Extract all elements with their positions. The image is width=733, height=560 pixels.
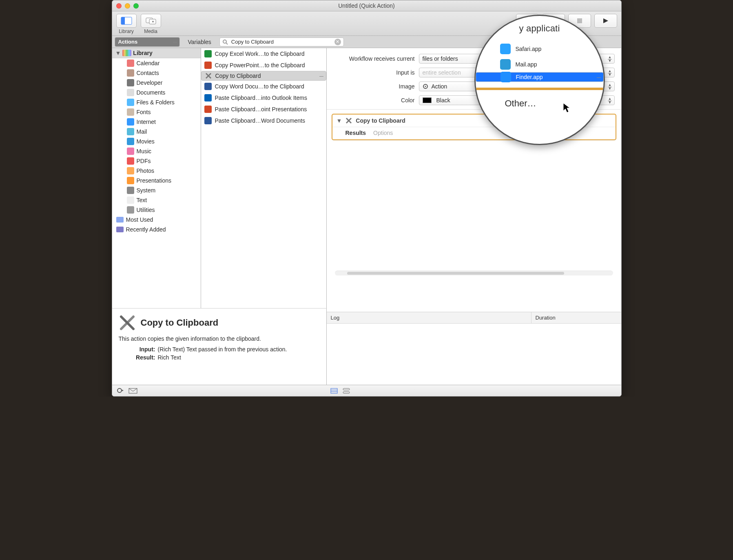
library-item[interactable]: PDFs <box>112 156 201 166</box>
svg-point-4 <box>152 21 154 22</box>
action-item-label: Paste Clipboard…oint Presentations <box>215 106 307 112</box>
inbox-icon[interactable] <box>128 388 137 394</box>
app-window: Untitled (Quick Action) Library Media Re… <box>112 0 622 397</box>
app-icon <box>204 83 212 90</box>
library-search[interactable]: ✕ <box>219 37 344 46</box>
toolbar-run-button[interactable] <box>594 14 617 28</box>
library-item[interactable]: Developer <box>112 78 201 88</box>
clear-search-button[interactable]: ✕ <box>334 39 341 45</box>
window-controls <box>116 3 139 9</box>
minimize-window-button[interactable] <box>125 3 130 9</box>
app-icon <box>500 72 511 82</box>
library-item-label: Photos <box>137 168 155 174</box>
toolbar-library-label: Library <box>119 29 134 34</box>
close-window-button[interactable] <box>116 3 122 9</box>
svg-rect-7 <box>577 18 582 23</box>
gear-icon[interactable] <box>116 387 124 395</box>
library-item[interactable]: Calendar <box>112 58 201 68</box>
category-icon <box>127 206 134 214</box>
action-card-title: Copy to Clipboard <box>356 117 405 124</box>
action-list-item[interactable]: Paste Clipboard…into Outlook Items <box>201 92 326 104</box>
library-item-label: Most Used <box>126 216 153 223</box>
utilities-icon <box>205 72 212 79</box>
library-search-input[interactable] <box>230 38 332 45</box>
play-icon <box>602 18 609 24</box>
app-icon <box>204 50 212 57</box>
view-list-icon[interactable] <box>330 388 338 394</box>
action-list-item[interactable]: Copy PowerPoint…to the Clipboard <box>201 60 326 71</box>
library-item[interactable]: Fonts <box>112 107 201 117</box>
app-menu-label: Mail.app <box>516 61 537 68</box>
utilities-icon <box>345 117 352 124</box>
category-icon <box>127 79 134 86</box>
category-icon <box>127 89 134 96</box>
library-item[interactable]: Contacts <box>112 68 201 78</box>
action-list-item[interactable]: Copy Excel Work…to the Clipboard <box>201 48 326 60</box>
view-flow-icon[interactable] <box>342 388 350 394</box>
label-input-is: Input is <box>396 69 414 76</box>
category-icon <box>127 108 134 116</box>
cursor-icon <box>563 103 571 114</box>
library-root[interactable]: ▼ Library <box>112 48 201 58</box>
library-smart-folder[interactable]: Most Used <box>112 215 201 225</box>
action-item-label: Paste Clipboard…into Outlook Items <box>215 95 307 101</box>
app-menu-item[interactable]: Safari.app <box>476 41 604 57</box>
library-smart-folder[interactable]: Recently Added <box>112 225 201 234</box>
action-item-label: Copy Excel Work…to the Clipboard <box>215 51 305 57</box>
app-icon <box>204 94 212 101</box>
library-item[interactable]: System <box>112 185 201 195</box>
info-result-key: Result: <box>119 354 155 361</box>
library-item[interactable]: Files & Folders <box>112 97 201 107</box>
category-icon <box>127 138 134 145</box>
action-list-item[interactable]: Paste Clipboard…oint Presentations <box>201 104 326 115</box>
scrollbar-thumb[interactable] <box>347 272 564 275</box>
category-icon <box>127 60 134 67</box>
horizontal-scrollbar[interactable] <box>335 271 613 276</box>
library-item[interactable]: Utilities <box>112 205 201 215</box>
select-receives-value: files or folders <box>423 55 458 62</box>
log-header-log[interactable]: Log <box>327 312 531 323</box>
tab-variables[interactable]: Variables <box>183 37 216 46</box>
library-item-label: PDFs <box>137 158 151 164</box>
library-item-label: System <box>137 187 156 194</box>
label-receives: Workflow receives current <box>349 55 415 62</box>
category-icon <box>127 118 134 126</box>
library-item[interactable]: Music <box>112 146 201 156</box>
library-item-label: Mail <box>137 128 147 135</box>
action-list-item[interactable]: Copy to Clipboard <box>201 71 326 81</box>
library-item[interactable]: Documents <box>112 88 201 97</box>
library-item[interactable]: Movies <box>112 137 201 146</box>
library-item-label: Calendar <box>137 60 160 66</box>
action-list-item[interactable]: Paste Clipboard…Word Documents <box>201 115 326 126</box>
toolbar-library-button[interactable]: Library <box>116 14 137 34</box>
app-icon <box>204 117 212 124</box>
svg-rect-26 <box>343 392 350 393</box>
svg-point-14 <box>425 86 426 87</box>
library-item[interactable]: Mail <box>112 127 201 137</box>
card-tab-results[interactable]: Results <box>345 130 366 136</box>
library-item[interactable]: Presentations <box>112 176 201 185</box>
tab-actions[interactable]: Actions <box>115 37 180 47</box>
app-menu-item[interactable]: Finder.app <box>476 72 604 82</box>
library-item-label: Files & Folders <box>137 99 175 106</box>
disclosure-icon: ▼ <box>115 50 121 56</box>
library-icon <box>121 17 132 25</box>
menu-item-other[interactable]: Other… <box>476 90 604 109</box>
toolbar-media-button[interactable]: Media <box>141 14 161 34</box>
library-item-label: Text <box>137 197 147 203</box>
svg-point-19 <box>117 388 122 392</box>
library-item[interactable]: Photos <box>112 166 201 176</box>
disclosure-icon[interactable]: ▼ <box>337 117 342 124</box>
svg-point-9 <box>223 40 226 43</box>
zoom-window-button[interactable] <box>133 3 139 9</box>
library-item[interactable]: Text <box>112 195 201 205</box>
card-tab-options[interactable]: Options <box>373 130 393 136</box>
workflow-canvas[interactable]: ▼ Copy to Clipboard Results Options <box>327 110 621 312</box>
library-item-label: Recently Added <box>126 226 166 233</box>
gear-icon <box>423 84 428 89</box>
library-item[interactable]: Internet <box>112 117 201 127</box>
log-header-duration[interactable]: Duration <box>531 312 621 323</box>
smart-folder-icon <box>116 217 124 223</box>
action-list-item[interactable]: Copy Word Docu…to the Clipboard <box>201 81 326 92</box>
app-menu-item[interactable]: Mail.app <box>476 57 604 72</box>
